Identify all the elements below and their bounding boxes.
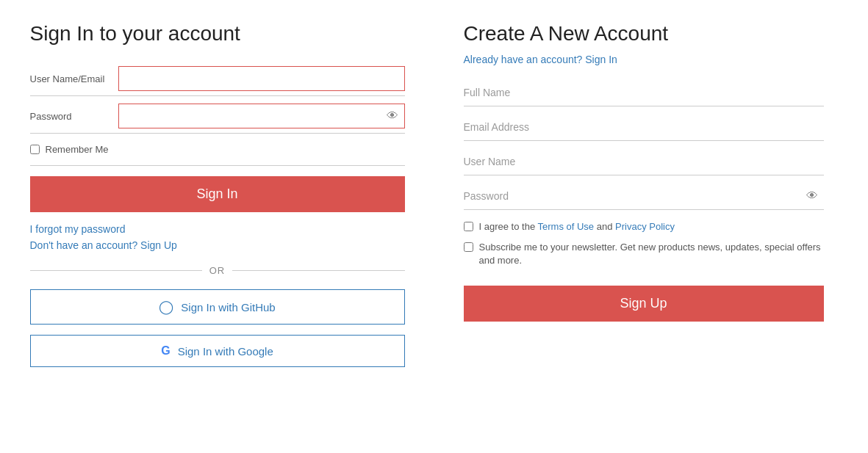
terms-prefix: I agree to the — [479, 221, 536, 232]
already-account-signin-text: Sign In — [585, 54, 617, 65]
newsletter-checkbox-group: Subscribe me to your newsletter. Get new… — [464, 241, 824, 267]
terms-label[interactable]: I agree to the Terms of Use and Privacy … — [479, 220, 675, 233]
new-password-field-group: 👁 — [464, 186, 824, 210]
new-password-wrapper: 👁 — [464, 186, 824, 206]
email-input[interactable] — [464, 117, 824, 137]
no-account-row: Don't have an account? Sign Up — [30, 239, 405, 252]
google-icon: G — [161, 344, 170, 358]
fullname-input[interactable] — [464, 82, 824, 103]
signup-link-text: Sign Up — [140, 239, 177, 251]
password-field-group: Password 👁 — [30, 104, 405, 134]
signin-panel: Sign In to your account User Name/Email … — [30, 22, 405, 377]
signin-title: Sign In to your account — [30, 22, 405, 46]
username-label: User Name/Email — [30, 73, 118, 84]
terms-checkbox[interactable] — [464, 222, 473, 231]
terms-checkbox-group: I agree to the Terms of Use and Privacy … — [464, 220, 824, 233]
password-label: Password — [30, 111, 118, 122]
forgot-password-link[interactable]: I forgot my password — [30, 223, 126, 235]
username-input[interactable] — [118, 66, 405, 91]
github-icon: ◯ — [159, 299, 173, 315]
password-toggle-icon[interactable]: 👁 — [381, 109, 404, 123]
email-field-group — [464, 117, 824, 141]
privacy-link[interactable]: Privacy Policy — [615, 221, 675, 232]
newsletter-label[interactable]: Subscribe me to your newsletter. Get new… — [479, 241, 824, 267]
already-account-link[interactable]: Already have an account? Sign In — [464, 54, 617, 65]
github-signin-button[interactable]: ◯ Sign In with GitHub — [30, 289, 405, 325]
or-line-left — [30, 270, 202, 271]
signin-button[interactable]: Sign In — [30, 176, 405, 212]
forgot-password-row: I forgot my password — [30, 222, 405, 236]
google-signin-button[interactable]: G Sign In with Google — [30, 335, 405, 367]
or-divider: OR — [30, 265, 405, 276]
username-field-group: User Name/Email — [30, 66, 405, 96]
terms-link[interactable]: Terms of Use — [538, 221, 595, 232]
terms-and: and — [597, 221, 613, 232]
remember-me-label[interactable]: Remember Me — [46, 144, 109, 155]
no-account-text: Don't have an account? — [30, 239, 138, 251]
already-account-row: Already have an account? Sign In — [464, 53, 824, 66]
new-username-input[interactable] — [464, 151, 824, 172]
already-account-text: Already have an account? — [464, 54, 583, 65]
github-button-label: Sign In with GitHub — [181, 301, 275, 314]
signup-panel: Create A New Account Already have an acc… — [464, 22, 824, 377]
google-button-label: Sign In with Google — [178, 345, 273, 358]
signup-title: Create A New Account — [464, 22, 824, 46]
or-line-right — [232, 270, 404, 271]
newsletter-checkbox[interactable] — [464, 242, 473, 252]
signup-button[interactable]: Sign Up — [464, 286, 824, 322]
new-username-field-group — [464, 151, 824, 175]
new-password-toggle-icon[interactable]: 👁 — [800, 189, 824, 203]
remember-me-group: Remember Me — [30, 144, 405, 166]
new-password-input[interactable] — [464, 186, 800, 206]
password-wrapper: 👁 — [118, 104, 405, 128]
password-input[interactable] — [119, 104, 381, 128]
fullname-field-group — [464, 82, 824, 106]
remember-me-checkbox[interactable] — [30, 145, 40, 154]
no-account-signup-link[interactable]: Don't have an account? Sign Up — [30, 239, 177, 251]
or-text: OR — [209, 265, 226, 276]
